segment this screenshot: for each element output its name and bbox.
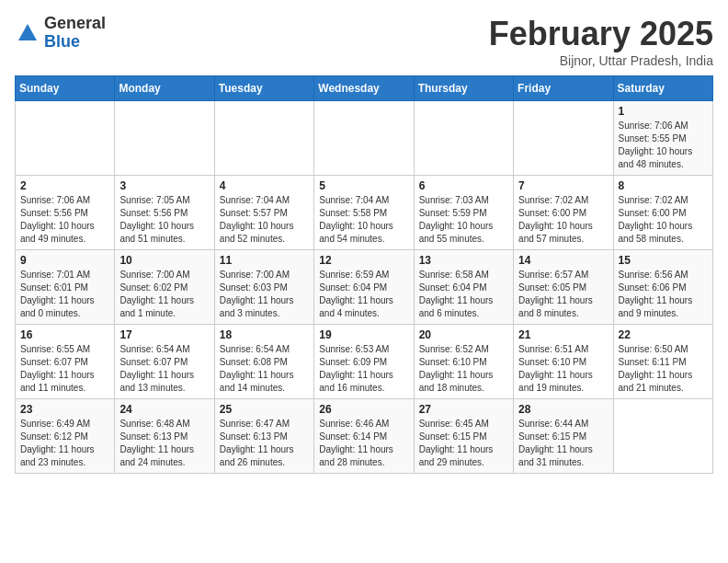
logo: General Blue xyxy=(15,15,106,52)
day-number: 7 xyxy=(518,179,608,192)
day-info: Sunrise: 6:57 AM Sunset: 6:05 PM Dayligh… xyxy=(518,269,608,320)
day-info: Sunrise: 6:53 AM Sunset: 6:09 PM Dayligh… xyxy=(319,343,408,395)
day-info: Sunrise: 7:05 AM Sunset: 5:56 PM Dayligh… xyxy=(119,194,209,246)
title-block: February 2025 Bijnor, Uttar Pradesh, Ind… xyxy=(489,15,713,68)
location: Bijnor, Uttar Pradesh, India xyxy=(489,53,713,68)
day-info: Sunrise: 6:55 AM Sunset: 6:07 PM Dayligh… xyxy=(20,343,109,395)
day-info: Sunrise: 7:02 AM Sunset: 6:00 PM Dayligh… xyxy=(518,194,608,246)
day-number: 3 xyxy=(119,179,209,192)
day-number: 5 xyxy=(319,179,408,192)
calendar-cell: 28Sunrise: 6:44 AM Sunset: 6:15 PM Dayli… xyxy=(514,399,613,474)
day-number: 16 xyxy=(20,328,109,341)
day-header-saturday: Saturday xyxy=(613,76,712,101)
calendar-cell: 2Sunrise: 7:06 AM Sunset: 5:56 PM Daylig… xyxy=(16,176,115,250)
day-info: Sunrise: 6:47 AM Sunset: 6:13 PM Dayligh… xyxy=(220,418,309,469)
calendar-cell: 24Sunrise: 6:48 AM Sunset: 6:13 PM Dayli… xyxy=(115,399,214,474)
day-number: 20 xyxy=(419,328,508,341)
calendar-cell: 12Sunrise: 6:59 AM Sunset: 6:04 PM Dayli… xyxy=(314,250,414,325)
day-info: Sunrise: 7:06 AM Sunset: 5:55 PM Dayligh… xyxy=(619,120,708,171)
month-title: February 2025 xyxy=(489,15,713,53)
day-number: 10 xyxy=(119,254,209,267)
day-number: 18 xyxy=(220,328,309,341)
calendar-cell: 10Sunrise: 7:00 AM Sunset: 6:02 PM Dayli… xyxy=(115,250,214,325)
svg-marker-0 xyxy=(18,24,37,40)
week-row-2: 2Sunrise: 7:06 AM Sunset: 5:56 PM Daylig… xyxy=(16,176,713,250)
day-info: Sunrise: 6:54 AM Sunset: 6:07 PM Dayligh… xyxy=(119,343,209,395)
calendar-cell: 25Sunrise: 6:47 AM Sunset: 6:13 PM Dayli… xyxy=(214,399,313,474)
calendar-cell: 17Sunrise: 6:54 AM Sunset: 6:07 PM Dayli… xyxy=(115,325,214,399)
day-number: 26 xyxy=(319,403,408,416)
calendar-cell: 18Sunrise: 6:54 AM Sunset: 6:08 PM Dayli… xyxy=(214,325,313,399)
day-info: Sunrise: 7:06 AM Sunset: 5:56 PM Dayligh… xyxy=(20,194,109,246)
calendar-cell xyxy=(514,101,613,176)
day-number: 15 xyxy=(619,254,708,267)
calendar-cell: 11Sunrise: 7:00 AM Sunset: 6:03 PM Dayli… xyxy=(214,250,313,325)
logo-general-text: General xyxy=(44,15,106,33)
day-info: Sunrise: 6:46 AM Sunset: 6:14 PM Dayligh… xyxy=(319,418,408,469)
day-number: 8 xyxy=(619,179,708,192)
day-number: 13 xyxy=(419,254,508,267)
day-info: Sunrise: 7:01 AM Sunset: 6:01 PM Dayligh… xyxy=(20,269,109,320)
calendar-cell: 23Sunrise: 6:49 AM Sunset: 6:12 PM Dayli… xyxy=(16,399,115,474)
week-row-5: 23Sunrise: 6:49 AM Sunset: 6:12 PM Dayli… xyxy=(16,399,713,474)
logo-icon xyxy=(15,20,40,46)
day-info: Sunrise: 7:03 AM Sunset: 5:59 PM Dayligh… xyxy=(419,194,508,246)
calendar-cell: 21Sunrise: 6:51 AM Sunset: 6:10 PM Dayli… xyxy=(514,325,613,399)
calendar-cell xyxy=(16,101,115,176)
day-info: Sunrise: 6:49 AM Sunset: 6:12 PM Dayligh… xyxy=(20,418,109,469)
calendar-cell: 26Sunrise: 6:46 AM Sunset: 6:14 PM Dayli… xyxy=(314,399,414,474)
calendar-cell: 1Sunrise: 7:06 AM Sunset: 5:55 PM Daylig… xyxy=(613,101,712,176)
day-header-tuesday: Tuesday xyxy=(214,76,313,101)
day-info: Sunrise: 7:02 AM Sunset: 6:00 PM Dayligh… xyxy=(619,194,708,246)
day-info: Sunrise: 6:44 AM Sunset: 6:15 PM Dayligh… xyxy=(518,418,608,469)
calendar-cell: 15Sunrise: 6:56 AM Sunset: 6:06 PM Dayli… xyxy=(613,250,712,325)
day-header-monday: Monday xyxy=(115,76,214,101)
day-number: 19 xyxy=(319,328,408,341)
day-number: 25 xyxy=(220,403,309,416)
day-number: 1 xyxy=(619,105,708,118)
day-header-thursday: Thursday xyxy=(414,76,513,101)
calendar-cell: 4Sunrise: 7:04 AM Sunset: 5:57 PM Daylig… xyxy=(214,176,313,250)
day-info: Sunrise: 6:48 AM Sunset: 6:13 PM Dayligh… xyxy=(119,418,209,469)
calendar-cell: 5Sunrise: 7:04 AM Sunset: 5:58 PM Daylig… xyxy=(314,176,414,250)
calendar-cell xyxy=(414,101,513,176)
day-number: 28 xyxy=(518,403,608,416)
day-number: 11 xyxy=(220,254,309,267)
week-row-4: 16Sunrise: 6:55 AM Sunset: 6:07 PM Dayli… xyxy=(16,325,713,399)
day-info: Sunrise: 6:56 AM Sunset: 6:06 PM Dayligh… xyxy=(619,269,708,320)
day-number: 6 xyxy=(419,179,508,192)
day-number: 4 xyxy=(220,179,309,192)
day-info: Sunrise: 6:54 AM Sunset: 6:08 PM Dayligh… xyxy=(220,343,309,395)
day-info: Sunrise: 7:04 AM Sunset: 5:57 PM Dayligh… xyxy=(220,194,309,246)
calendar-cell: 14Sunrise: 6:57 AM Sunset: 6:05 PM Dayli… xyxy=(514,250,613,325)
calendar-cell: 19Sunrise: 6:53 AM Sunset: 6:09 PM Dayli… xyxy=(314,325,414,399)
day-number: 22 xyxy=(619,328,708,341)
day-header-wednesday: Wednesday xyxy=(314,76,414,101)
calendar-cell xyxy=(314,101,414,176)
day-info: Sunrise: 7:00 AM Sunset: 6:03 PM Dayligh… xyxy=(220,269,309,320)
day-info: Sunrise: 6:52 AM Sunset: 6:10 PM Dayligh… xyxy=(419,343,508,395)
day-number: 12 xyxy=(319,254,408,267)
day-info: Sunrise: 6:50 AM Sunset: 6:11 PM Dayligh… xyxy=(619,343,708,395)
day-number: 27 xyxy=(419,403,508,416)
calendar-cell: 8Sunrise: 7:02 AM Sunset: 6:00 PM Daylig… xyxy=(613,176,712,250)
page-header: General Blue February 2025 Bijnor, Uttar… xyxy=(15,15,713,68)
day-info: Sunrise: 7:00 AM Sunset: 6:02 PM Dayligh… xyxy=(119,269,209,320)
calendar-cell: 20Sunrise: 6:52 AM Sunset: 6:10 PM Dayli… xyxy=(414,325,513,399)
calendar-cell: 22Sunrise: 6:50 AM Sunset: 6:11 PM Dayli… xyxy=(613,325,712,399)
calendar-cell xyxy=(214,101,313,176)
calendar-cell: 9Sunrise: 7:01 AM Sunset: 6:01 PM Daylig… xyxy=(16,250,115,325)
day-number: 17 xyxy=(119,328,209,341)
day-number: 23 xyxy=(20,403,109,416)
calendar-header-row: SundayMondayTuesdayWednesdayThursdayFrid… xyxy=(16,76,713,101)
calendar-cell xyxy=(613,399,712,474)
day-number: 24 xyxy=(119,403,209,416)
day-number: 21 xyxy=(518,328,608,341)
week-row-1: 1Sunrise: 7:06 AM Sunset: 5:55 PM Daylig… xyxy=(16,101,713,176)
calendar-table: SundayMondayTuesdayWednesdayThursdayFrid… xyxy=(15,75,713,474)
calendar-cell: 3Sunrise: 7:05 AM Sunset: 5:56 PM Daylig… xyxy=(115,176,214,250)
calendar-cell: 7Sunrise: 7:02 AM Sunset: 6:00 PM Daylig… xyxy=(514,176,613,250)
calendar-cell xyxy=(115,101,214,176)
day-info: Sunrise: 6:45 AM Sunset: 6:15 PM Dayligh… xyxy=(419,418,508,469)
calendar-cell: 6Sunrise: 7:03 AM Sunset: 5:59 PM Daylig… xyxy=(414,176,513,250)
